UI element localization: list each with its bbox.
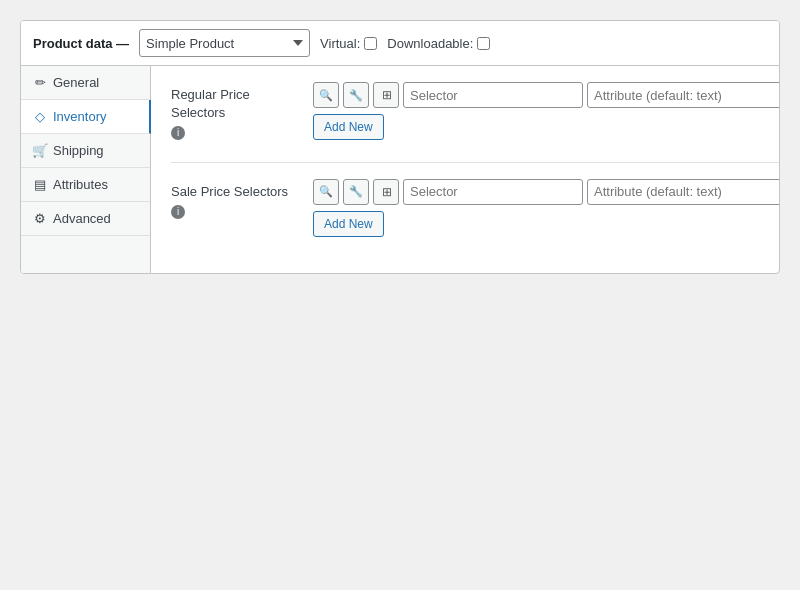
sale-price-grid-btn[interactable]: ⊞ (373, 179, 399, 205)
sidebar-item-attributes-label: Attributes (53, 177, 108, 192)
sale-price-attribute-input[interactable] (587, 179, 780, 205)
downloadable-checkbox[interactable] (477, 37, 490, 50)
regular-price-row: Regular Price Selectors i 🔍 🔧 (171, 82, 780, 142)
sale-price-label: Sale Price Selectors i (171, 179, 301, 220)
product-type-select[interactable]: Simple Product Variable Product Grouped … (139, 29, 310, 57)
sidebar-item-general-label: General (53, 75, 99, 90)
sidebar-item-inventory[interactable]: ◇ Inventory (21, 100, 151, 134)
sidebar-item-shipping[interactable]: 🛒 Shipping (21, 134, 150, 168)
regular-price-search-btn[interactable]: 🔍 (313, 82, 339, 108)
regular-price-add-new-btn[interactable]: Add New (313, 114, 384, 140)
sale-price-add-new-btn[interactable]: Add New (313, 211, 384, 237)
sidebar-item-advanced-label: Advanced (53, 211, 111, 226)
product-data-label: Product data — (33, 36, 129, 51)
truck-icon: 🛒 (33, 144, 47, 158)
box-icon: ◇ (33, 110, 47, 124)
product-data-box: Product data — Simple Product Variable P… (20, 20, 780, 274)
sale-price-search-btn[interactable]: 🔍 (313, 179, 339, 205)
sidebar-item-shipping-label: Shipping (53, 143, 104, 158)
sale-price-input-row: 🔍 🔧 ⊞ 🗑 (313, 179, 780, 205)
sale-price-content: 🔍 🔧 ⊞ 🗑 (313, 179, 780, 237)
wrench-icon: 🔧 (349, 89, 363, 102)
list-icon: ▤ (33, 178, 47, 192)
grid-icon: ⊞ (382, 88, 391, 102)
sale-price-wrench-btn[interactable]: 🔧 (343, 179, 369, 205)
sale-price-info-icon[interactable]: i (171, 205, 185, 219)
sidebar-item-attributes[interactable]: ▤ Attributes (21, 168, 150, 202)
regular-price-grid-btn[interactable]: ⊞ (373, 82, 399, 108)
sidebar: ✏ General ◇ Inventory 🛒 Shipping ▤ Attri… (21, 66, 151, 273)
regular-price-wrench-btn[interactable]: 🔧 (343, 82, 369, 108)
sidebar-item-general[interactable]: ✏ General (21, 66, 150, 100)
search-icon: 🔍 (319, 185, 333, 198)
regular-price-info-icon[interactable]: i (171, 126, 185, 140)
gear-icon: ⚙ (33, 212, 47, 226)
content-area: Regular Price Selectors i 🔍 🔧 (151, 66, 780, 273)
grid-icon: ⊞ (382, 185, 391, 199)
regular-price-content: 🔍 🔧 ⊞ 🗑 (313, 82, 780, 140)
pencil-icon: ✏ (33, 76, 47, 90)
virtual-label: Virtual: (320, 36, 377, 51)
product-data-header: Product data — Simple Product Variable P… (21, 21, 779, 66)
sidebar-item-inventory-label: Inventory (53, 109, 106, 124)
sale-price-row: Sale Price Selectors i 🔍 🔧 (171, 179, 780, 237)
regular-price-selector-input[interactable] (403, 82, 583, 108)
regular-price-input-row: 🔍 🔧 ⊞ 🗑 (313, 82, 780, 108)
regular-price-attribute-input[interactable] (587, 82, 780, 108)
regular-price-section: Regular Price Selectors i 🔍 🔧 (171, 82, 780, 142)
sale-price-selector-input[interactable] (403, 179, 583, 205)
downloadable-label: Downloadable: (387, 36, 490, 51)
divider (171, 162, 780, 163)
wrench-icon: 🔧 (349, 185, 363, 198)
sale-price-section: Sale Price Selectors i 🔍 🔧 (171, 179, 780, 237)
sidebar-item-advanced[interactable]: ⚙ Advanced (21, 202, 150, 236)
search-icon: 🔍 (319, 89, 333, 102)
virtual-checkbox[interactable] (364, 37, 377, 50)
regular-price-label: Regular Price Selectors i (171, 82, 301, 142)
product-data-body: ✏ General ◇ Inventory 🛒 Shipping ▤ Attri… (21, 66, 779, 273)
